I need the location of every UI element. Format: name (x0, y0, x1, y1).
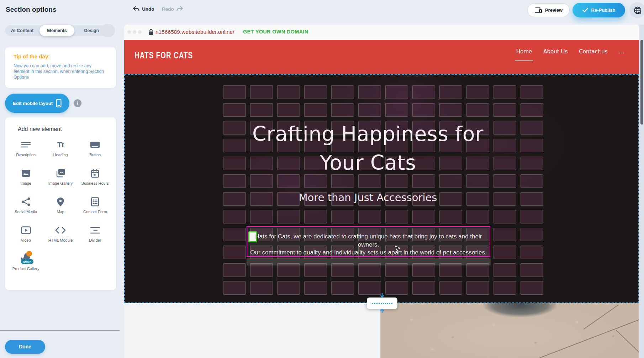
next-section-blank (124, 303, 380, 358)
element-tile-label: Contact Form (83, 210, 107, 214)
product-gallery-icon: ↑SHOP (21, 253, 31, 264)
globe-icon (633, 6, 642, 15)
hero-tile (304, 281, 327, 295)
hero-tile (521, 281, 543, 295)
hero-tile (250, 281, 273, 295)
browser-chrome-bar: n1566589.websitebuilder.online/ GET YOUR… (124, 25, 639, 40)
element-tile-label: HTML Module (48, 238, 73, 243)
language-globe-button[interactable] (629, 2, 644, 18)
image-icon (21, 168, 31, 179)
hero-tile (412, 85, 435, 99)
redo-button[interactable]: Redo (162, 6, 183, 12)
mouse-cursor (395, 246, 401, 253)
tab-ai-content[interactable]: AI Content (5, 25, 39, 36)
preview-label: Preview (545, 7, 563, 13)
site-logo[interactable]: HATS FOR CATS (134, 50, 193, 61)
sidebar-tab-bar: AI ContentElementsDesign (5, 25, 109, 36)
hero-tile (223, 246, 246, 259)
hero-tile (304, 210, 327, 223)
element-tile-label: Image (20, 181, 31, 186)
element-tile-heading[interactable]: TtHeading (43, 139, 78, 163)
html-module-icon (55, 225, 66, 236)
hero-heading-line1: Crafting Happiness for (226, 120, 510, 148)
get-own-domain-link[interactable]: GET YOUR OWN DOMAIN (243, 29, 308, 35)
hero-section[interactable]: Crafting Happiness for Your Cats More th… (124, 74, 639, 303)
element-tile-label: Heading (53, 153, 68, 157)
hero-tile (223, 210, 246, 223)
republish-button[interactable]: Re-Publish (572, 3, 625, 17)
tab-elements[interactable]: Elements (39, 25, 74, 36)
hero-tile (250, 103, 273, 117)
selected-text-element[interactable]: Hats for Cats, we are dedicated to craft… (247, 226, 490, 257)
social-media-icon (21, 196, 31, 207)
hero-tile (412, 210, 435, 223)
nav-item-aboutus[interactable]: About Us (543, 48, 568, 56)
divider-icon (90, 225, 100, 236)
republish-label: Re-Publish (591, 7, 616, 13)
element-tile-business-hours[interactable]: Business Hours (78, 168, 112, 191)
hero-tile (439, 103, 462, 117)
scrollbar-thumb[interactable] (640, 40, 643, 125)
element-tile-label: Description (16, 153, 36, 157)
element-tile-video[interactable]: Video (9, 225, 43, 248)
arrow-down-icon (380, 293, 385, 298)
hero-tile (223, 228, 246, 241)
shop-badge: SHOP (21, 259, 33, 264)
done-button[interactable]: Done (5, 340, 45, 354)
site-url: n1566589.websitebuilder.online/ (155, 29, 234, 35)
hero-tile (331, 103, 354, 117)
hero-tile (277, 103, 300, 117)
redo-label: Redo (162, 6, 174, 12)
nav-item-home[interactable]: Home (516, 48, 532, 56)
hero-tile (521, 121, 543, 135)
hero-tile (521, 103, 543, 117)
preview-button[interactable]: Preview (527, 3, 570, 17)
hero-tile (223, 85, 246, 99)
hero-subtitle[interactable]: More than Just Accessories (226, 191, 510, 204)
hero-tile (521, 85, 543, 99)
button-icon (90, 139, 100, 150)
collapsed-panel-tab[interactable] (101, 24, 115, 37)
nav-item-more[interactable]: ... (619, 48, 624, 56)
devices-icon (534, 7, 542, 13)
element-tile-image-gallery[interactable]: Image Gallery (43, 168, 78, 191)
hero-tile (412, 103, 435, 117)
lock-icon (148, 29, 154, 35)
hero-heading[interactable]: Crafting Happiness for Your Cats (226, 120, 510, 177)
element-tile-description[interactable]: Description (9, 139, 43, 163)
hero-tile (331, 85, 354, 99)
element-tile-product-gallery[interactable]: ↑SHOPProduct Gallery (9, 253, 43, 277)
hero-tile (331, 210, 354, 223)
contact-form-icon (90, 196, 100, 207)
undo-icon (133, 6, 140, 12)
undo-button[interactable]: Undo (133, 6, 154, 12)
nav-item-contactus[interactable]: Contact us (579, 48, 607, 56)
window-dot-icon (138, 30, 142, 34)
map-icon (55, 196, 66, 207)
hero-tile (358, 281, 381, 295)
element-tile-social-media[interactable]: Social Media (9, 196, 43, 220)
hero-heading-line2: Your Cats (226, 148, 510, 177)
element-grid: DescriptionTtHeadingButtonImageImage Gal… (9, 139, 112, 277)
hero-tile (277, 281, 300, 295)
element-tile-image[interactable]: Image (9, 168, 43, 191)
element-tile-label: Map (57, 210, 64, 214)
hero-tile (358, 85, 381, 99)
element-tile-contact-form[interactable]: Contact Form (78, 196, 112, 220)
hero-tile (385, 281, 408, 295)
section-resize-handle[interactable] (367, 298, 397, 309)
hero-tile (439, 281, 462, 295)
hero-tile (412, 281, 435, 295)
hero-tile (358, 103, 381, 117)
element-tile-divider[interactable]: Divider (78, 225, 112, 248)
next-section-photo (380, 303, 639, 358)
element-tile-html-module[interactable]: HTML Module (43, 225, 78, 248)
edit-mobile-layout-button[interactable]: Edit mobile layout (5, 94, 69, 113)
video-icon (21, 225, 31, 236)
hero-tile (277, 85, 300, 99)
hero-tile (223, 103, 246, 117)
element-tile-button[interactable]: Button (78, 139, 112, 163)
info-icon[interactable]: i (74, 99, 81, 107)
element-tile-map[interactable]: Map (43, 196, 78, 220)
hero-tile (385, 103, 408, 117)
